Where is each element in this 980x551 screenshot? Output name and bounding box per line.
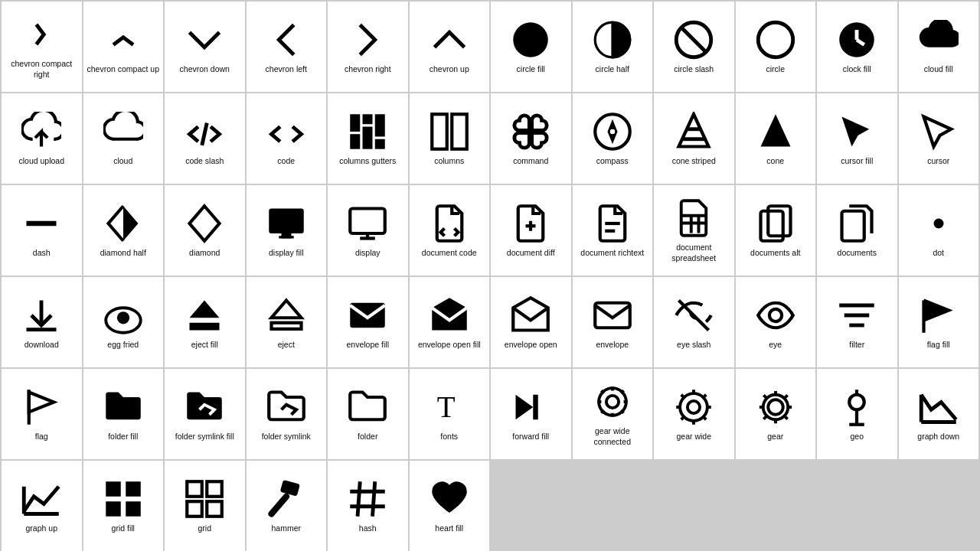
icon-cell-documents[interactable]: documents xyxy=(817,185,897,276)
icon-cell-egg-fried[interactable]: egg fried xyxy=(83,277,164,367)
icon-cell-columns[interactable]: columns xyxy=(410,93,490,184)
icon-cell-cone[interactable]: cone xyxy=(736,93,816,184)
icon-cell-command[interactable]: command xyxy=(491,93,571,184)
envelope-open-label: envelope open xyxy=(505,340,557,350)
icon-cell-dot[interactable]: dot xyxy=(899,185,979,276)
icon-cell-circle[interactable]: circle xyxy=(736,2,816,92)
circle-half-label: circle half xyxy=(596,64,629,75)
icon-cell-eye[interactable]: eye xyxy=(736,277,816,367)
icon-cell-documents-alt[interactable]: documents alt xyxy=(736,185,816,276)
icon-cell-heart-fill[interactable]: heart fill xyxy=(410,461,490,551)
folder-symlink-fill-icon xyxy=(183,386,226,429)
svg-rect-51 xyxy=(595,303,630,328)
icon-cell-filter[interactable]: filter xyxy=(817,277,897,367)
circle-label: circle xyxy=(766,64,785,75)
icon-cell-code[interactable]: code xyxy=(247,93,327,184)
code-slash-label: code slash xyxy=(185,156,224,167)
svg-rect-15 xyxy=(432,114,447,149)
icon-cell-dash[interactable]: dash xyxy=(2,185,82,276)
icon-cell-eye-slash[interactable]: eye slash xyxy=(654,277,734,367)
chevron-compact-right-label: chevron compact right xyxy=(5,59,79,80)
icon-cell-geo[interactable]: geo xyxy=(817,369,897,459)
icon-cell-circle-slash[interactable]: circle slash xyxy=(654,2,734,92)
code-label: code xyxy=(277,156,295,167)
icon-cell-folder-fill[interactable]: folder fill xyxy=(83,369,164,459)
folder-symlink-icon xyxy=(265,386,308,429)
icon-cell-chevron-right[interactable]: chevron right xyxy=(328,2,408,92)
icon-cell-gear[interactable]: gear xyxy=(736,369,816,459)
icon-cell-columns-gutters[interactable]: columns gutters xyxy=(328,93,408,184)
icon-cell-envelope[interactable]: envelope xyxy=(573,277,653,367)
code-icon xyxy=(265,110,308,153)
chevron-right-label: chevron right xyxy=(345,64,391,75)
icon-cell-clock-fill[interactable]: clock fill xyxy=(817,2,897,92)
icon-cell-cursor[interactable]: cursor xyxy=(899,93,979,184)
icon-cell-grid-fill[interactable]: grid fill xyxy=(83,461,164,551)
icon-cell-chevron-left[interactable]: chevron left xyxy=(247,2,327,92)
icon-cell-flag[interactable]: flag xyxy=(2,369,82,459)
chevron-down-label: chevron down xyxy=(180,64,230,75)
icon-cell-cloud-fill[interactable]: cloud fill xyxy=(899,2,979,92)
icon-cell-folder-symlink[interactable]: folder symlink xyxy=(247,369,327,459)
circle-slash-label: circle slash xyxy=(674,64,714,75)
icon-cell-cone-striped[interactable]: cone striped xyxy=(654,93,734,184)
icon-cell-chevron-up[interactable]: chevron up xyxy=(410,2,490,92)
graph-up-icon xyxy=(20,478,63,520)
envelope-open-icon xyxy=(509,294,552,337)
icon-cell-document-diff[interactable]: document diff xyxy=(491,185,571,276)
chevron-right-icon xyxy=(346,18,389,61)
eject-fill-icon xyxy=(183,294,226,337)
svg-line-8 xyxy=(202,123,207,145)
icon-cell-chevron-compact-up[interactable]: chevron compact up xyxy=(83,2,164,92)
icon-cell-flag-fill[interactable]: flag fill xyxy=(899,277,979,367)
icon-cell-envelope-open-fill[interactable]: envelope open fill xyxy=(410,277,490,367)
cursor-fill-label: cursor fill xyxy=(841,156,873,167)
icon-cell-graph-down[interactable]: graph down xyxy=(899,369,979,459)
icon-cell-circle-half[interactable]: circle half xyxy=(573,2,653,92)
document-richtext-label: document richtext xyxy=(580,248,644,259)
icon-cell-gear-wide[interactable]: gear wide xyxy=(654,369,734,459)
icon-cell-graph-up[interactable]: graph up xyxy=(2,461,82,551)
dot-icon xyxy=(917,202,960,245)
icon-cell-diamond-half[interactable]: diamond half xyxy=(83,185,164,276)
download-label: download xyxy=(24,340,59,350)
icon-cell-cloud[interactable]: cloud xyxy=(83,93,164,184)
code-slash-icon xyxy=(183,110,226,153)
icon-cell-hash[interactable]: hash xyxy=(328,461,408,551)
svg-point-42 xyxy=(933,219,943,229)
icon-cell-folder-symlink-fill[interactable]: folder symlink fill xyxy=(165,369,245,459)
fonts-icon: T xyxy=(428,386,471,429)
envelope-icon xyxy=(591,294,634,337)
icon-cell-document-richtext[interactable]: document richtext xyxy=(573,185,653,276)
svg-marker-49 xyxy=(271,301,301,318)
icon-cell-grid[interactable]: grid xyxy=(165,461,245,551)
icon-cell-fonts[interactable]: Tfonts xyxy=(410,369,490,459)
icon-cell-cursor-fill[interactable]: cursor fill xyxy=(817,93,897,184)
filter-icon xyxy=(835,294,878,337)
icon-cell-forward-fill[interactable]: forward fill xyxy=(491,369,571,459)
icon-cell-envelope-fill[interactable]: envelope fill xyxy=(328,277,408,367)
icon-cell-chevron-down[interactable]: chevron down xyxy=(165,2,245,92)
icon-cell-envelope-open[interactable]: envelope open xyxy=(491,277,571,367)
folder-icon xyxy=(346,386,389,429)
icon-cell-eject[interactable]: eject xyxy=(247,277,327,367)
graph-up-label: graph up xyxy=(26,523,57,534)
icon-cell-gear-wide-connected[interactable]: gear wide connected xyxy=(573,369,653,459)
icon-cell-circle-fill[interactable]: circle fill xyxy=(491,2,571,92)
icon-cell-chevron-compact-right[interactable]: chevron compact right xyxy=(2,2,82,92)
icon-cell-display-fill[interactable]: display fill xyxy=(247,185,327,276)
icon-cell-document-code[interactable]: document code xyxy=(410,185,490,276)
icon-cell-cloud-upload[interactable]: cloud upload xyxy=(2,93,82,184)
svg-rect-76 xyxy=(188,481,203,497)
icon-cell-diamond[interactable]: diamond xyxy=(165,185,245,276)
icon-cell-document-spreadsheet[interactable]: document spreadsheet xyxy=(654,185,734,276)
circle-half-icon xyxy=(591,18,634,61)
icon-cell-hammer[interactable]: hammer xyxy=(247,461,327,551)
icon-cell-code-slash[interactable]: code slash xyxy=(165,93,245,184)
icon-cell-download[interactable]: download xyxy=(2,277,82,367)
cone-striped-icon xyxy=(672,110,715,153)
icon-cell-folder[interactable]: folder xyxy=(328,369,408,459)
icon-cell-display[interactable]: display xyxy=(328,185,408,276)
icon-cell-compass[interactable]: compass xyxy=(573,93,653,184)
icon-cell-eject-fill[interactable]: eject fill xyxy=(165,277,245,367)
